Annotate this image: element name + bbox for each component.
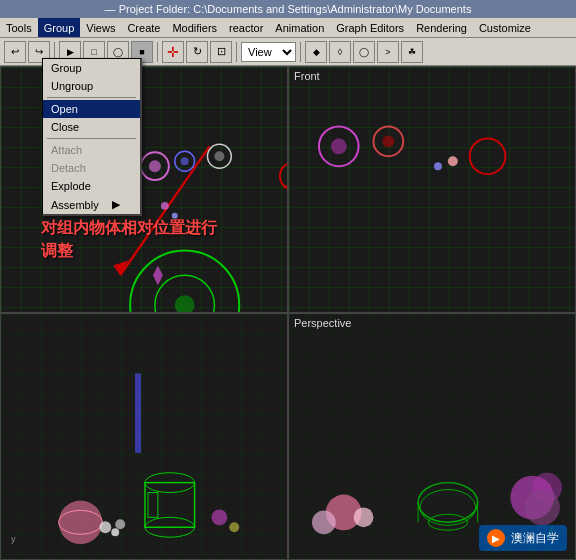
svg-point-41 [312,510,336,534]
svg-point-50 [524,490,560,526]
dropdown-close-item[interactable]: Close [43,118,140,136]
viewport-br-svg [289,314,575,559]
svg-point-31 [99,521,111,533]
menu-graph-editors[interactable]: Graph Editors [330,18,410,37]
svg-marker-15 [153,265,163,285]
viewport-bottom-left[interactable]: y [0,313,288,560]
toolbar-undo[interactable]: ↩ [4,41,26,63]
svg-point-25 [434,162,442,170]
watermark-text: 澳澜自学 [511,530,559,547]
toolbar-render[interactable]: ◆ [305,41,327,63]
dropdown-explode-item[interactable]: Explode [43,177,140,195]
svg-point-32 [115,519,125,529]
toolbar-sep4 [300,42,301,62]
dropdown-divider-2 [47,138,136,139]
dropdown-ungroup-item[interactable]: Ungroup [43,77,140,95]
toolbar-move[interactable]: ✛ [162,41,184,63]
dropdown-attach-item[interactable]: Attach [43,141,140,159]
svg-point-24 [470,138,506,174]
toolbar-btn5[interactable]: ◯ [353,41,375,63]
svg-point-38 [211,509,227,525]
svg-point-5 [181,157,189,165]
viewport-bottom-right[interactable]: Perspective [288,313,576,560]
assembly-label: Assembly [51,199,99,211]
svg-rect-37 [148,493,158,518]
watermark: ▶ 澳澜自学 [479,525,567,551]
svg-point-29 [59,500,103,544]
viewport-top-right[interactable]: Front [288,66,576,313]
toolbar-btn6[interactable]: > [377,41,399,63]
svg-point-14 [175,295,195,312]
menu-views[interactable]: Views [80,18,121,37]
menu-group[interactable]: Group [38,18,81,37]
toolbar-render2[interactable]: ◊ [329,41,351,63]
menu-modifiers[interactable]: Modifiers [166,18,223,37]
svg-point-10 [161,202,169,210]
chinese-overlay: 对组内物体相对位置进行 调整 [41,217,217,262]
menu-reactor[interactable]: reactor [223,18,269,37]
title-text: — Project Folder: C:\Documents and Setti… [105,3,472,15]
svg-point-26 [448,156,458,166]
dropdown-assembly-item[interactable]: Assembly ▶ [43,195,140,214]
svg-point-3 [149,160,161,172]
dropdown-detach-item[interactable]: Detach [43,159,140,177]
viewport-bl-svg: y [1,314,287,559]
svg-point-7 [214,151,224,161]
menu-rendering[interactable]: Rendering [410,18,473,37]
toolbar-btn7[interactable]: ☘ [401,41,423,63]
svg-point-43 [418,483,478,523]
play-symbol: ▶ [492,533,500,544]
dropdown-open-item[interactable]: Open [43,100,140,118]
chinese-line1: 对组内物体相对位置进行 [41,217,217,239]
viewport-tr-svg [289,67,575,312]
assembly-arrow: ▶ [112,198,120,211]
svg-point-33 [111,528,119,536]
svg-rect-28 [135,374,141,453]
menu-bar: Tools Group Views Create Modifiers react… [0,18,576,38]
menu-customize[interactable]: Customize [473,18,537,37]
svg-point-21 [331,138,347,154]
dropdown-divider-1 [47,97,136,98]
menu-tools[interactable]: Tools [0,18,38,37]
svg-point-23 [382,135,394,147]
chinese-line2: 调整 [41,240,217,262]
svg-point-42 [354,507,374,527]
menu-animation[interactable]: Animation [269,18,330,37]
dropdown-group-item[interactable]: Group [43,59,140,77]
svg-point-39 [229,522,239,532]
view-select[interactable]: View [241,42,296,62]
group-dropdown-menu: Group Ungroup Open Close Attach Detach E… [42,58,142,216]
toolbar-rotate[interactable]: ↻ [186,41,208,63]
watermark-play-icon: ▶ [487,529,505,547]
title-bar: — Project Folder: C:\Documents and Setti… [0,0,576,18]
toolbar-scale[interactable]: ⊡ [210,41,232,63]
svg-text:y: y [11,534,16,544]
toolbar-sep2 [157,42,158,62]
menu-create[interactable]: Create [121,18,166,37]
toolbar-sep3 [236,42,237,62]
